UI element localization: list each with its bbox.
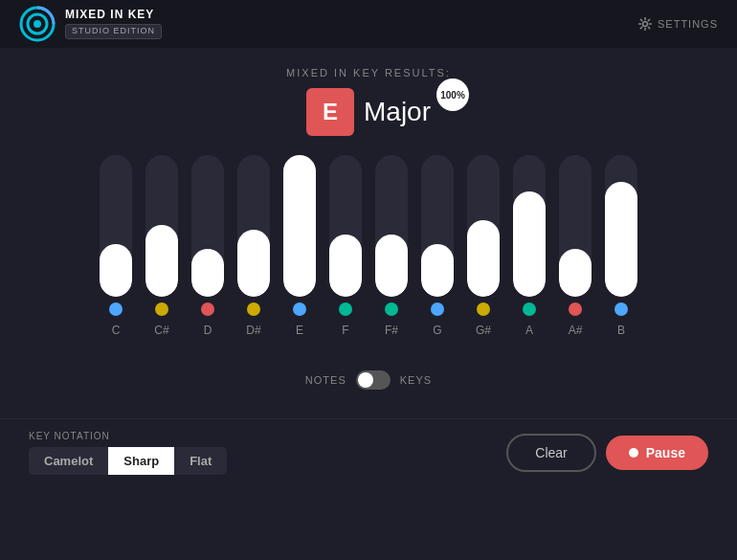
bar-fill xyxy=(191,249,224,297)
bar-wrapper-d: D xyxy=(191,155,224,337)
bar-fill xyxy=(375,235,408,297)
settings-button[interactable]: SETTINGS xyxy=(638,17,718,31)
bar-track xyxy=(329,155,362,297)
key-notation-label: KEY NOTATION xyxy=(29,431,227,441)
bar-fill xyxy=(605,182,637,297)
gear-icon xyxy=(638,17,652,31)
bar-wrapper-fsharp: F# xyxy=(375,155,408,337)
bar-track xyxy=(467,155,500,297)
pause-indicator xyxy=(629,448,638,458)
bars-container: CC#DD#EFF#GG#AA#B xyxy=(100,155,637,366)
logo-area: MIXED IN KEY STUDIO EDITION xyxy=(19,6,162,42)
bar-fill xyxy=(100,244,132,297)
bar-wrapper-gsharp: G# xyxy=(467,155,500,337)
note-dot xyxy=(477,302,490,316)
bar-track xyxy=(375,155,408,297)
bar-track xyxy=(605,155,637,297)
note-label: D# xyxy=(246,324,260,337)
note-dot xyxy=(339,302,352,316)
notes-keys-toggle[interactable] xyxy=(356,370,391,390)
note-label: C# xyxy=(154,324,168,337)
action-buttons: Clear Pause xyxy=(506,434,708,472)
logo-icon xyxy=(19,6,56,42)
key-name: Major xyxy=(364,97,431,127)
bar-wrapper-e: E xyxy=(283,155,316,337)
note-dot xyxy=(431,302,444,316)
header: MIXED IN KEY STUDIO EDITION SETTINGS xyxy=(0,0,737,48)
note-dot xyxy=(109,302,123,316)
key-display: E Major 100% xyxy=(306,88,431,136)
note-dot xyxy=(523,302,536,316)
notation-btn-camelot[interactable]: Camelot xyxy=(29,447,108,475)
bar-track xyxy=(283,155,316,297)
clear-button[interactable]: Clear xyxy=(506,434,595,472)
bar-fill xyxy=(467,220,500,297)
note-label: G xyxy=(433,324,441,337)
bar-fill xyxy=(421,244,454,297)
note-label: C xyxy=(112,324,121,337)
svg-point-2 xyxy=(34,20,41,28)
results-label: MIXED IN KEY RESULTS: xyxy=(286,67,451,78)
key-letter-box: E xyxy=(306,88,354,136)
notation-buttons: CamelotSharpFlat xyxy=(29,447,227,475)
note-dot xyxy=(201,302,214,316)
note-label: A xyxy=(525,324,533,337)
bar-wrapper-c: C xyxy=(100,155,132,337)
confidence-badge: 100% xyxy=(436,78,469,111)
bar-fill xyxy=(145,225,178,297)
pause-button[interactable]: Pause xyxy=(606,436,708,470)
bar-track xyxy=(191,155,224,297)
note-dot xyxy=(385,302,398,316)
bar-fill xyxy=(513,191,546,297)
bar-track xyxy=(145,155,178,297)
brand-text: MIXED IN KEY STUDIO EDITION xyxy=(65,9,162,38)
bar-track xyxy=(513,155,546,297)
notation-btn-flat[interactable]: Flat xyxy=(174,447,227,475)
key-notation-section: KEY NOTATION CamelotSharpFlat xyxy=(29,431,227,475)
toggle-notes-label: NOTES xyxy=(305,374,346,386)
note-label: E xyxy=(296,324,303,337)
studio-badge: STUDIO EDITION xyxy=(65,24,162,39)
note-label: A# xyxy=(569,324,583,337)
brand-name: MIXED IN KEY xyxy=(65,9,162,21)
bar-wrapper-g: G xyxy=(421,155,454,337)
note-label: B xyxy=(617,324,625,337)
bar-wrapper-csharp: C# xyxy=(145,155,178,337)
pause-label: Pause xyxy=(646,445,685,460)
svg-point-3 xyxy=(642,22,647,27)
bar-fill xyxy=(283,155,316,297)
toggle-row: NOTES KEYS xyxy=(305,370,432,390)
bar-track xyxy=(237,155,270,297)
notation-btn-sharp[interactable]: Sharp xyxy=(108,447,174,475)
note-dot xyxy=(155,302,168,316)
bar-track xyxy=(421,155,454,297)
note-dot xyxy=(247,302,260,316)
bar-track xyxy=(100,155,132,297)
bar-track xyxy=(559,155,592,297)
main-content: MIXED IN KEY RESULTS: E Major 100% CC#DD… xyxy=(0,48,737,418)
bar-wrapper-a: A xyxy=(513,155,546,337)
settings-label: SETTINGS xyxy=(658,18,718,30)
toggle-knob xyxy=(358,372,373,388)
bar-wrapper-dsharp: D# xyxy=(237,155,270,337)
bar-wrapper-b: B xyxy=(605,155,637,337)
bar-fill xyxy=(559,249,592,297)
note-dot xyxy=(614,302,628,316)
bottom-bar: KEY NOTATION CamelotSharpFlat Clear Paus… xyxy=(0,418,737,486)
note-dot xyxy=(569,302,582,316)
note-label: D xyxy=(204,324,212,337)
note-dot xyxy=(293,302,306,316)
bar-wrapper-asharp: A# xyxy=(559,155,592,337)
note-label: G# xyxy=(476,324,491,337)
bar-wrapper-f: F xyxy=(329,155,362,337)
bar-fill xyxy=(329,235,362,297)
note-label: F# xyxy=(385,324,398,337)
bar-fill xyxy=(237,230,270,297)
note-label: F xyxy=(342,324,348,337)
toggle-keys-label: KEYS xyxy=(400,374,432,386)
